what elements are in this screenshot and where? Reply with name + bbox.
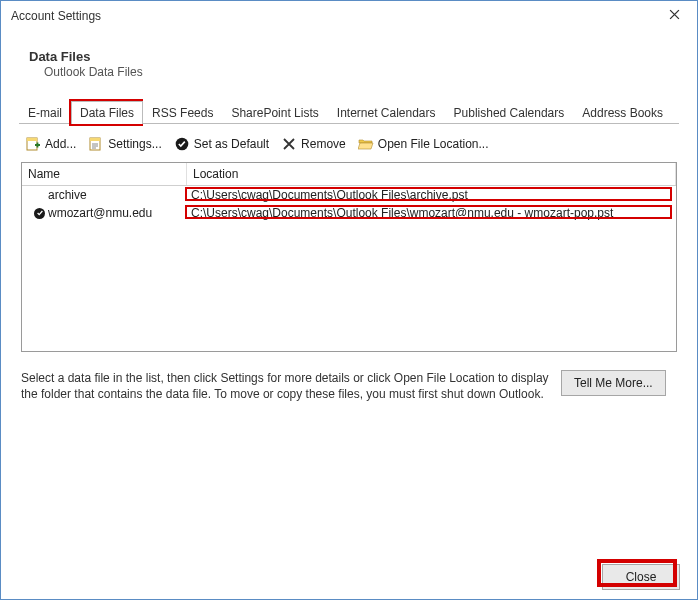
tell-me-more-button[interactable]: Tell Me More... — [561, 370, 666, 396]
set-default-button[interactable]: Set as Default — [170, 134, 273, 154]
close-icon — [669, 9, 680, 23]
column-header-name[interactable]: Name — [22, 163, 187, 185]
hint-row: Select a data file in the list, then cli… — [21, 370, 677, 402]
dialog-footer: Close — [602, 564, 680, 590]
hint-text: Select a data file in the list, then cli… — [21, 370, 551, 402]
tab-data-files[interactable]: Data Files — [71, 101, 143, 124]
tab-published-calendars[interactable]: Published Calendars — [445, 101, 574, 124]
add-button[interactable]: Add... — [21, 134, 80, 154]
page-heading: Data Files Outlook Data Files — [1, 31, 697, 101]
close-button[interactable]: Close — [602, 564, 680, 590]
svg-rect-3 — [90, 138, 100, 141]
remove-button[interactable]: Remove — [277, 134, 350, 154]
table-row[interactable]: archiveC:\Users\cwag\Documents\Outlook F… — [22, 186, 676, 204]
row-name-text: wmozart@nmu.edu — [48, 206, 152, 220]
open-file-location-button-label: Open File Location... — [378, 137, 489, 151]
row-location-cell: C:\Users\cwag\Documents\Outlook Files\wm… — [187, 206, 676, 220]
window-close-button[interactable] — [653, 2, 695, 30]
tab-strip: E-mailData FilesRSS FeedsSharePoint List… — [19, 101, 679, 124]
remove-icon — [281, 136, 297, 152]
open-file-location-button[interactable]: Open File Location... — [354, 134, 493, 154]
tab-address-books[interactable]: Address Books — [573, 101, 672, 124]
tab-sharepoint-lists[interactable]: SharePoint Lists — [222, 101, 327, 124]
row-location-cell: C:\Users\cwag\Documents\Outlook Files\ar… — [187, 188, 676, 202]
settings-button-label: Settings... — [108, 137, 161, 151]
folder-open-icon — [358, 136, 374, 152]
add-button-label: Add... — [45, 137, 76, 151]
data-files-listview[interactable]: Name Location archiveC:\Users\cwag\Docum… — [21, 162, 677, 352]
listview-body: archiveC:\Users\cwag\Documents\Outlook F… — [22, 186, 676, 222]
table-row[interactable]: wmozart@nmu.eduC:\Users\cwag\Documents\O… — [22, 204, 676, 222]
settings-button[interactable]: Settings... — [84, 134, 165, 154]
window-title: Account Settings — [11, 9, 101, 23]
title-bar: Account Settings — [1, 1, 697, 31]
tab-internet-calendars[interactable]: Internet Calendars — [328, 101, 445, 124]
check-circle-icon — [174, 136, 190, 152]
svg-rect-1 — [27, 138, 37, 141]
tab-rss-feeds[interactable]: RSS Feeds — [143, 101, 222, 124]
row-name-cell: wmozart@nmu.edu — [22, 206, 187, 220]
row-name-text: archive — [48, 188, 87, 202]
listview-header: Name Location — [22, 163, 676, 186]
default-check-icon — [34, 208, 45, 219]
add-file-icon — [25, 136, 41, 152]
row-name-cell: archive — [22, 188, 187, 202]
set-default-button-label: Set as Default — [194, 137, 269, 151]
tab-e-mail[interactable]: E-mail — [19, 101, 71, 124]
settings-icon — [88, 136, 104, 152]
toolbar: Add... Settings... Set as Default Remove… — [1, 124, 697, 162]
column-header-location[interactable]: Location — [187, 163, 676, 185]
page-subtitle: Outlook Data Files — [29, 64, 697, 79]
remove-button-label: Remove — [301, 137, 346, 151]
page-title: Data Files — [29, 49, 697, 64]
